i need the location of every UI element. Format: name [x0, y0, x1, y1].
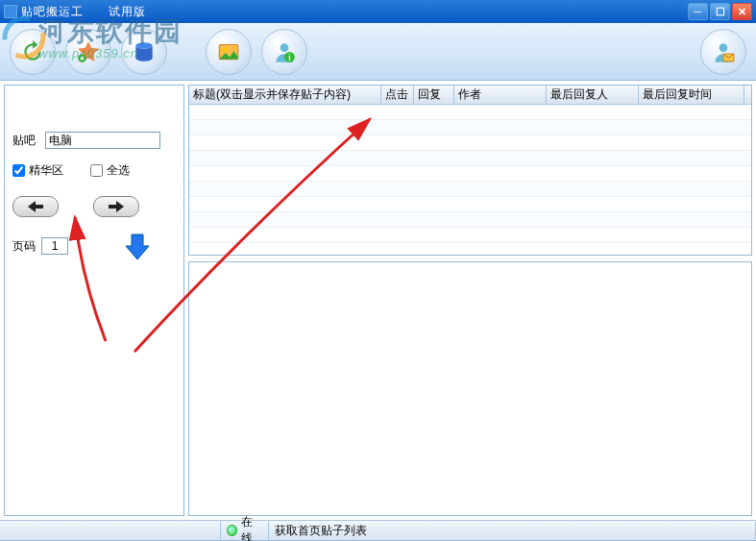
star-icon — [76, 39, 101, 64]
column-header[interactable]: 作者 — [454, 86, 547, 104]
prev-button[interactable] — [12, 196, 59, 217]
grid-header: 标题(双击显示并保存贴子内容)点击回复作者最后回复人最后回复时间 — [189, 86, 751, 105]
minimize-button[interactable]: ─ — [688, 3, 708, 20]
column-header[interactable]: 标题(双击显示并保存贴子内容) — [189, 86, 381, 104]
svg-point-4 — [280, 43, 289, 52]
detail-panel — [188, 261, 752, 516]
user-info-icon: i — [272, 39, 297, 64]
quanxuan-checkbox[interactable] — [90, 164, 103, 177]
status-cell-1 — [0, 522, 221, 539]
next-button[interactable] — [93, 196, 139, 217]
refresh-button[interactable] — [10, 29, 56, 75]
picture-icon — [216, 39, 241, 64]
svg-point-1 — [135, 42, 152, 49]
jinghua-checkbox[interactable] — [12, 164, 25, 177]
table-row[interactable] — [189, 228, 751, 243]
column-header[interactable]: 回复 — [414, 86, 454, 104]
maximize-button[interactable]: ☐ — [710, 3, 730, 20]
page-input[interactable] — [41, 237, 68, 255]
svg-point-3 — [223, 47, 227, 51]
user-mail-button[interactable] — [700, 29, 746, 75]
table-row[interactable] — [189, 166, 751, 182]
app-icon — [4, 5, 17, 18]
tieba-input[interactable] — [45, 132, 160, 149]
window-title: 贴吧搬运工 试用版 — [21, 4, 688, 20]
tieba-label: 贴吧 — [12, 133, 45, 149]
jinghua-label: 精华区 — [29, 162, 63, 179]
favorite-button[interactable] — [65, 29, 111, 75]
database-button[interactable] — [121, 29, 167, 75]
page-label: 页码 — [12, 238, 36, 255]
user-mail-icon — [711, 39, 736, 64]
column-header[interactable]: 点击 — [381, 86, 414, 104]
db-icon — [132, 39, 157, 64]
online-icon — [227, 525, 237, 536]
table-row[interactable] — [189, 120, 751, 135]
quanxuan-label: 全选 — [107, 162, 130, 179]
table-row[interactable] — [189, 151, 751, 166]
posts-grid: 标题(双击显示并保存贴子内容)点击回复作者最后回复人最后回复时间 — [188, 85, 752, 256]
online-label: 在线 — [241, 514, 262, 541]
arrow-left-icon — [28, 201, 43, 212]
table-row[interactable] — [189, 197, 751, 212]
table-row[interactable] — [189, 182, 751, 197]
column-header[interactable]: 最后回复人 — [547, 86, 639, 104]
column-header[interactable]: 最后回复时间 — [639, 86, 744, 104]
user-info-button[interactable]: i — [261, 29, 307, 75]
arrow-right-icon — [109, 201, 124, 212]
picture-button[interactable] — [206, 29, 252, 75]
status-message: 获取首页贴子列表 — [269, 522, 756, 539]
download-icon[interactable] — [122, 231, 153, 261]
table-row[interactable] — [189, 212, 751, 228]
svg-point-7 — [719, 43, 728, 52]
status-online: 在线 — [221, 522, 269, 539]
close-button[interactable]: ✕ — [732, 3, 752, 20]
sidebar-panel: 贴吧 精华区 全选 页码 — [4, 85, 184, 516]
table-row[interactable] — [189, 105, 751, 120]
table-row[interactable] — [189, 135, 751, 151]
refresh-icon — [20, 39, 45, 64]
svg-text:i: i — [288, 52, 290, 61]
